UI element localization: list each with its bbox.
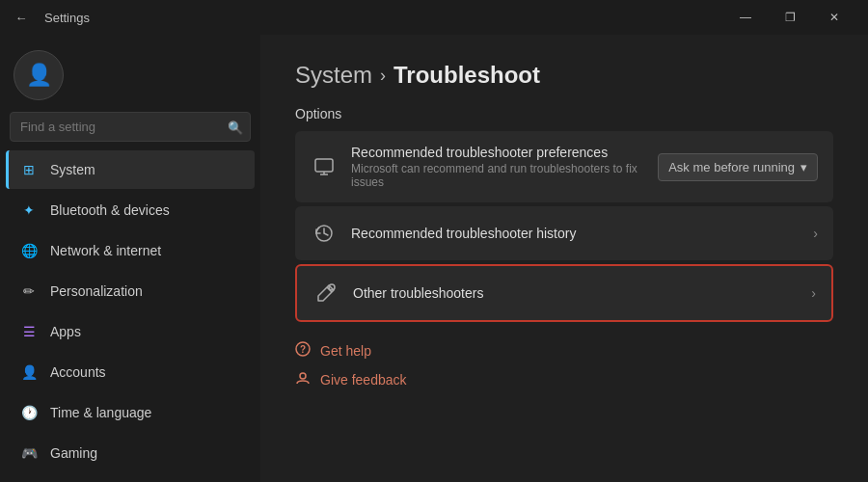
sidebar-item-gaming[interactable]: 🎮 Gaming <box>6 434 255 472</box>
sidebar-label-bluetooth: Bluetooth & devices <box>50 202 170 218</box>
dropdown-chevron-icon: ▾ <box>800 160 807 174</box>
search-input[interactable] <box>10 112 251 142</box>
other-troubleshooters-text: Other troubleshooters <box>353 285 811 301</box>
bluetooth-icon: ✦ <box>19 201 39 220</box>
sidebar-label-accounts: Accounts <box>50 364 106 380</box>
give-feedback-label: Give feedback <box>320 372 407 388</box>
option-recommended-prefs[interactable]: Recommended troubleshooter preferences M… <box>295 131 833 202</box>
option-other-troubleshooters[interactable]: Other troubleshooters › <box>295 264 833 322</box>
recommended-prefs-action: Ask me before running ▾ <box>658 153 818 181</box>
sidebar-label-apps: Apps <box>50 324 81 339</box>
other-troubleshooters-chevron-icon: › <box>811 285 816 301</box>
recommended-prefs-text: Recommended troubleshooter preferences M… <box>351 145 658 189</box>
sidebar-item-apps[interactable]: ☰ Apps <box>6 312 255 351</box>
breadcrumb-current: Troubleshoot <box>393 62 540 89</box>
sidebar-item-accounts[interactable]: 👤 Accounts <box>6 353 255 391</box>
help-links: ? Get help Give feedback <box>295 341 833 389</box>
sidebar-item-accessibility[interactable]: ♿ Accessibility <box>6 474 255 482</box>
sidebar-label-time: Time & language <box>50 405 151 420</box>
app-body: 👤 🔍 ⊞ System ✦ Bluetooth & devices 🌐 Net… <box>0 35 868 482</box>
title-bar-controls: ← Settings <box>12 8 90 27</box>
restore-button[interactable]: ❐ <box>768 0 812 35</box>
other-troubleshooters-icon <box>312 280 339 307</box>
option-recommended-history[interactable]: Recommended troubleshooter history › <box>295 206 833 260</box>
minimize-button[interactable]: — <box>723 0 768 35</box>
get-help-label: Get help <box>320 343 371 359</box>
time-icon: 🕐 <box>19 403 39 422</box>
get-help-icon: ? <box>295 341 311 361</box>
recommended-prefs-icon <box>311 153 338 180</box>
search-icon: 🔍 <box>228 120 243 134</box>
app-title: Settings <box>44 11 90 25</box>
back-button[interactable]: ← <box>12 8 31 27</box>
give-feedback-link[interactable]: Give feedback <box>295 370 833 389</box>
recommended-history-icon <box>311 220 338 247</box>
sidebar-item-system[interactable]: ⊞ System <box>6 150 255 189</box>
accounts-icon: 👤 <box>19 362 39 382</box>
title-bar: ← Settings — ❐ ✕ <box>0 0 868 35</box>
recommended-history-text: Recommended troubleshooter history <box>351 226 813 241</box>
other-troubleshooters-title: Other troubleshooters <box>353 285 811 301</box>
user-avatar-section: 👤 <box>0 35 260 112</box>
sidebar-item-bluetooth[interactable]: ✦ Bluetooth & devices <box>6 191 255 229</box>
content-area: System › Troubleshoot Options Recommende… <box>260 35 868 482</box>
apps-icon: ☰ <box>19 322 39 341</box>
system-icon: ⊞ <box>19 160 39 179</box>
svg-point-8 <box>300 373 306 379</box>
personalization-icon: ✏ <box>19 281 39 301</box>
recommended-prefs-title: Recommended troubleshooter preferences <box>351 145 658 160</box>
ask-me-dropdown[interactable]: Ask me before running ▾ <box>658 153 818 181</box>
sidebar-label-network: Network & internet <box>50 243 161 258</box>
give-feedback-icon <box>295 370 311 389</box>
network-icon: 🌐 <box>19 241 39 260</box>
sidebar-item-network[interactable]: 🌐 Network & internet <box>6 231 255 270</box>
breadcrumb: System › Troubleshoot <box>295 62 833 89</box>
options-label: Options <box>295 106 833 121</box>
recommended-prefs-desc: Microsoft can recommend and run troubles… <box>351 162 658 189</box>
options-list: Recommended troubleshooter preferences M… <box>295 131 833 322</box>
breadcrumb-separator: › <box>380 66 386 86</box>
breadcrumb-system: System <box>295 62 372 89</box>
gaming-icon: 🎮 <box>19 443 39 463</box>
recommended-history-title: Recommended troubleshooter history <box>351 226 813 241</box>
svg-rect-0 <box>315 159 333 172</box>
avatar-icon: 👤 <box>26 63 52 88</box>
sidebar-label-personalization: Personalization <box>50 283 143 299</box>
avatar[interactable]: 👤 <box>14 50 64 100</box>
history-chevron-icon: › <box>813 226 818 241</box>
sidebar: 👤 🔍 ⊞ System ✦ Bluetooth & devices 🌐 Net… <box>0 35 260 482</box>
sidebar-label-gaming: Gaming <box>50 445 97 461</box>
get-help-link[interactable]: ? Get help <box>295 341 833 361</box>
sidebar-label-system: System <box>50 162 95 177</box>
search-box: 🔍 <box>10 112 251 142</box>
window-controls: — ❐ ✕ <box>723 0 856 35</box>
sidebar-item-personalization[interactable]: ✏ Personalization <box>6 272 255 310</box>
sidebar-item-time[interactable]: 🕐 Time & language <box>6 393 255 432</box>
close-button[interactable]: ✕ <box>812 0 856 35</box>
svg-text:?: ? <box>300 344 306 355</box>
